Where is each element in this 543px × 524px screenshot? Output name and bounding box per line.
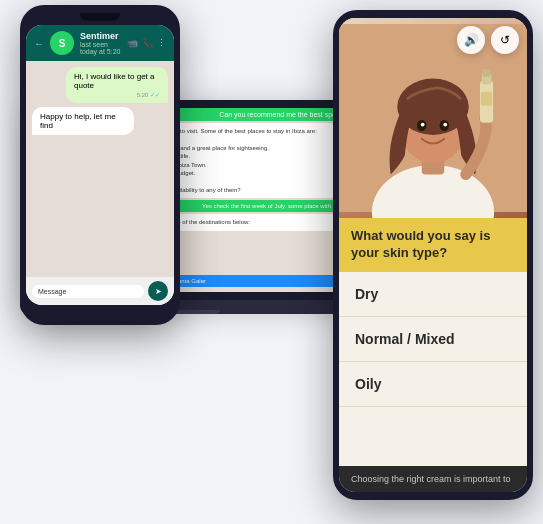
wa-message-1: Happy to help, let me find bbox=[32, 107, 134, 135]
skin-option-dry[interactable]: Dry bbox=[339, 272, 527, 317]
voice-call-icon[interactable]: 📞 bbox=[142, 38, 153, 48]
svg-point-7 bbox=[421, 123, 425, 127]
wa-message-time-0: 5:20 ✓✓ bbox=[74, 91, 160, 98]
svg-rect-12 bbox=[481, 92, 492, 106]
wa-chat-area: Hi, I would like to get a quote 5:20 ✓✓ … bbox=[26, 61, 174, 277]
phone-notch bbox=[80, 13, 120, 21]
wa-message-text-0: Hi, I would like to get a quote bbox=[74, 72, 160, 90]
wa-message-0: Hi, I would like to get a quote 5:20 ✓✓ bbox=[66, 67, 168, 103]
skin-phone-screen: 🔊 ↺ What would you say is your skin type… bbox=[339, 18, 527, 492]
wa-header: ← S Sentimer last seen today at 5:20 📹 📞… bbox=[26, 25, 174, 61]
skin-question-area: What would you say is your skin type? bbox=[339, 218, 527, 272]
wa-action-icons: 📹 📞 ⋮ bbox=[127, 38, 166, 48]
read-tick: ✓✓ bbox=[150, 92, 160, 98]
skin-question-text: What would you say is your skin type? bbox=[351, 228, 515, 262]
phone-screen: ← S Sentimer last seen today at 5:20 📹 📞… bbox=[26, 25, 174, 305]
contact-status: last seen today at 5:20 bbox=[80, 41, 121, 55]
phone-skin-type: 🔊 ↺ What would you say is your skin type… bbox=[333, 10, 533, 500]
skin-option-normal[interactable]: Normal / Mixed bbox=[339, 317, 527, 362]
skin-control-icons: 🔊 ↺ bbox=[457, 26, 519, 54]
skin-footer: Choosing the right cream is important to bbox=[339, 466, 527, 492]
sound-button[interactable]: 🔊 bbox=[457, 26, 485, 54]
wa-send-button[interactable]: ➤ bbox=[148, 281, 168, 301]
phone-whatsapp: ← S Sentimer last seen today at 5:20 📹 📞… bbox=[20, 5, 180, 325]
skin-options-list: Dry Normal / Mixed Oily bbox=[339, 272, 527, 466]
skin-photo-background: 🔊 ↺ bbox=[339, 18, 527, 218]
wa-message-input[interactable]: Message bbox=[32, 285, 144, 298]
svg-rect-11 bbox=[483, 69, 491, 77]
wa-input-bar: Message ➤ bbox=[26, 277, 174, 305]
contact-name: Sentimer bbox=[80, 31, 121, 41]
wa-message-text-1: Happy to help, let me find bbox=[40, 112, 126, 130]
contact-avatar: S bbox=[50, 31, 74, 55]
back-icon[interactable]: ← bbox=[34, 38, 44, 49]
skin-photo-area: 🔊 ↺ bbox=[339, 18, 527, 218]
svg-point-8 bbox=[443, 123, 447, 127]
contact-info: Sentimer last seen today at 5:20 bbox=[80, 31, 121, 55]
menu-icon[interactable]: ⋮ bbox=[157, 38, 166, 48]
replay-button[interactable]: ↺ bbox=[491, 26, 519, 54]
skin-option-oily[interactable]: Oily bbox=[339, 362, 527, 407]
scene: Can you recommend me the best spo Ibiza … bbox=[0, 0, 543, 524]
video-call-icon[interactable]: 📹 bbox=[127, 38, 138, 48]
